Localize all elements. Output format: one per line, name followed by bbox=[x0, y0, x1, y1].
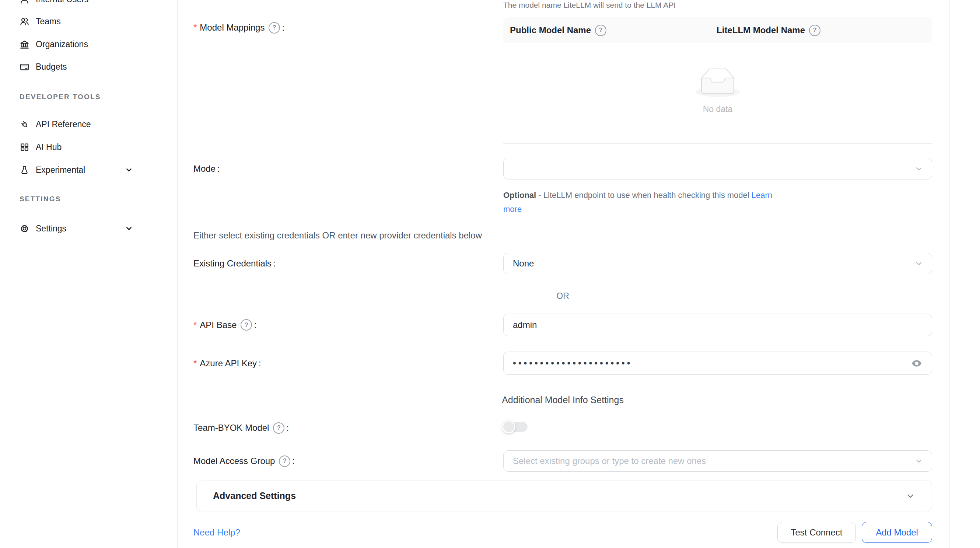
add-model-page: Internal Users Teams Organizations Budge… bbox=[0, 0, 980, 548]
sidebar-item-label: Budgets bbox=[36, 62, 67, 72]
sidebar-item-budgets[interactable]: Budgets bbox=[0, 55, 177, 78]
empty-inbox-icon bbox=[695, 68, 740, 97]
mode-label: Mode : bbox=[193, 158, 503, 180]
flask-icon bbox=[19, 165, 29, 175]
model-mappings-label: * Model Mappings ? : bbox=[193, 18, 503, 38]
mode-select[interactable] bbox=[503, 158, 932, 180]
no-data-text: No data bbox=[503, 104, 932, 114]
sidebar-item-settings[interactable]: Settings bbox=[0, 217, 177, 240]
learn-more-link[interactable]: more bbox=[503, 204, 522, 214]
column-header-public-model-name: Public Model Name ? bbox=[503, 25, 710, 36]
api-base-value: admin bbox=[513, 320, 537, 330]
sidebar-section-developer-tools: DEVELOPER TOOLS bbox=[19, 93, 101, 101]
sidebar-item-label: Settings bbox=[36, 224, 66, 234]
sidebar: Internal Users Teams Organizations Budge… bbox=[0, 0, 178, 548]
chevron-down-icon bbox=[914, 259, 924, 268]
need-help-link[interactable]: Need Help? bbox=[193, 527, 777, 538]
azure-api-key-label: * Azure API Key : bbox=[193, 352, 503, 375]
required-asterisk: * bbox=[193, 22, 197, 33]
or-divider: OR bbox=[193, 291, 932, 301]
api-base-input[interactable]: admin bbox=[503, 314, 932, 336]
help-circle-icon[interactable]: ? bbox=[809, 25, 821, 36]
help-circle-icon[interactable]: ? bbox=[279, 456, 290, 467]
chevron-down-icon[interactable] bbox=[124, 224, 134, 233]
sidebar-item-internal-users[interactable]: Internal Users bbox=[0, 0, 177, 11]
sidebar-item-api-reference[interactable]: API Reference bbox=[0, 113, 177, 135]
sidebar-item-label: API Reference bbox=[36, 119, 91, 129]
team-byok-row: Team-BYOK Model ? : bbox=[193, 421, 932, 435]
learn-more-link[interactable]: Learn bbox=[752, 191, 772, 200]
sidebar-item-label: AI Hub bbox=[36, 142, 62, 152]
bank-icon bbox=[19, 40, 29, 49]
required-asterisk: * bbox=[193, 358, 197, 368]
help-circle-icon[interactable]: ? bbox=[273, 422, 285, 434]
advanced-settings-title: Advanced Settings bbox=[213, 491, 905, 501]
model-mappings-table: Public Model Name ? LiteLLM Model Name ? bbox=[503, 18, 932, 144]
credit-card-icon bbox=[19, 62, 29, 72]
sidebar-item-ai-hub[interactable]: AI Hub bbox=[0, 135, 177, 158]
model-access-group-row: Model Access Group ? : Select existing g… bbox=[193, 450, 932, 472]
sidebar-section-settings: SETTINGS bbox=[19, 195, 61, 203]
chevron-down-icon[interactable] bbox=[124, 166, 134, 174]
masked-api-key-value: •••••••••••••••••••••• bbox=[513, 358, 633, 368]
form-footer: Need Help? Test Connect Add Model bbox=[193, 522, 932, 543]
test-connect-button[interactable]: Test Connect bbox=[777, 522, 856, 543]
model-access-group-label: Model Access Group ? : bbox=[193, 450, 503, 472]
content-card-edge bbox=[950, 0, 950, 548]
help-circle-icon[interactable]: ? bbox=[269, 22, 280, 33]
add-model-button[interactable]: Add Model bbox=[862, 522, 932, 543]
existing-credentials-value: None bbox=[513, 258, 534, 269]
azure-api-key-input[interactable]: •••••••••••••••••••••• bbox=[503, 352, 932, 375]
team-byok-toggle[interactable] bbox=[503, 422, 528, 432]
grid-icon bbox=[19, 142, 29, 152]
plug-icon bbox=[19, 119, 29, 129]
sidebar-item-teams[interactable]: Teams bbox=[0, 10, 177, 33]
existing-credentials-select[interactable]: None bbox=[503, 253, 932, 274]
column-header-litellm-model-name: LiteLLM Model Name ? bbox=[710, 25, 932, 36]
mode-row: Mode : bbox=[193, 158, 932, 180]
chevron-down-icon bbox=[914, 164, 924, 174]
gear-icon bbox=[19, 224, 29, 234]
sidebar-item-label: Experimental bbox=[36, 165, 85, 175]
existing-credentials-label: Existing Credentials : bbox=[193, 253, 503, 274]
additional-settings-divider: Additional Model Info Settings bbox=[193, 395, 932, 405]
eye-icon[interactable] bbox=[911, 358, 922, 369]
sidebar-item-experimental[interactable]: Experimental bbox=[0, 158, 177, 181]
help-circle-icon[interactable]: ? bbox=[595, 25, 606, 36]
table-header: Public Model Name ? LiteLLM Model Name ? bbox=[503, 18, 932, 43]
sidebar-item-organizations[interactable]: Organizations bbox=[0, 33, 177, 56]
model-access-group-select[interactable]: Select existing groups or type to create… bbox=[503, 450, 932, 472]
mode-help-text: Optional - LiteLLM endpoint to use when … bbox=[503, 188, 932, 216]
advanced-settings-panel[interactable]: Advanced Settings bbox=[196, 481, 932, 511]
litellm-model-name-help-text: The model name LiteLLM will send to the … bbox=[503, 1, 676, 10]
chevron-down-icon bbox=[914, 456, 924, 466]
toggle-knob bbox=[502, 420, 515, 433]
user-icon bbox=[19, 0, 29, 5]
required-asterisk: * bbox=[193, 320, 197, 330]
team-byok-label: Team-BYOK Model ? : bbox=[193, 421, 503, 435]
chevron-down-icon bbox=[905, 491, 916, 501]
api-base-label: * API Base ? : bbox=[193, 314, 503, 336]
model-access-group-placeholder: Select existing groups or type to create… bbox=[513, 456, 706, 466]
sidebar-item-label: Organizations bbox=[36, 40, 88, 49]
credentials-note: Either select existing credentials OR en… bbox=[193, 230, 482, 241]
existing-credentials-row: Existing Credentials : None bbox=[193, 253, 932, 274]
sidebar-item-label: Teams bbox=[36, 17, 61, 27]
api-base-row: * API Base ? : admin bbox=[193, 314, 932, 336]
azure-api-key-row: * Azure API Key : •••••••••••••••••••••• bbox=[193, 352, 932, 375]
sidebar-item-label: Internal Users bbox=[36, 0, 88, 5]
table-empty-state: No data bbox=[503, 43, 932, 144]
model-mappings-row: * Model Mappings ? : Public Model Name ?… bbox=[193, 18, 932, 144]
help-circle-icon[interactable]: ? bbox=[240, 319, 252, 331]
users-icon bbox=[19, 17, 29, 27]
